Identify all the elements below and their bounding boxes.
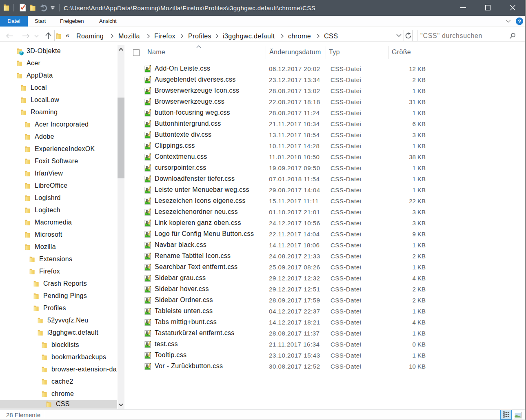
svg-text:?: ? — [518, 18, 521, 24]
